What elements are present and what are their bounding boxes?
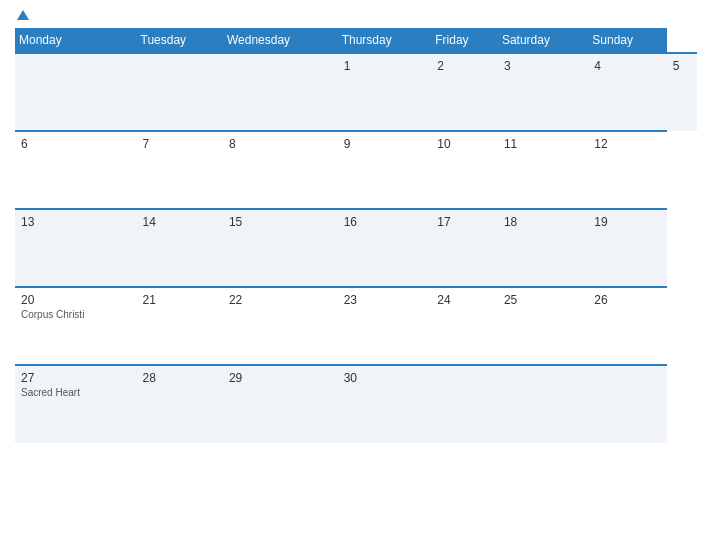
weekday-header-monday: Monday — [15, 28, 137, 53]
calendar-cell: 22 — [223, 287, 338, 365]
calendar-cell: 16 — [338, 209, 432, 287]
event-label: Corpus Christi — [21, 309, 131, 320]
day-number: 25 — [504, 293, 582, 307]
calendar-cell — [431, 365, 498, 443]
calendar-cell: 20Corpus Christi — [15, 287, 137, 365]
day-number: 7 — [143, 137, 217, 151]
calendar-cell: 2 — [431, 53, 498, 131]
calendar-cell: 15 — [223, 209, 338, 287]
calendar-cell: 25 — [498, 287, 588, 365]
calendar-cell: 29 — [223, 365, 338, 443]
calendar-cell: 10 — [431, 131, 498, 209]
week-row-4: 20Corpus Christi212223242526 — [15, 287, 697, 365]
calendar-cell: 26 — [588, 287, 667, 365]
day-number: 1 — [344, 59, 426, 73]
calendar-cell: 18 — [498, 209, 588, 287]
weekday-header-row: MondayTuesdayWednesdayThursdayFridaySatu… — [15, 28, 697, 53]
day-number: 24 — [437, 293, 492, 307]
day-number: 17 — [437, 215, 492, 229]
day-number: 28 — [143, 371, 217, 385]
calendar-tbody: 1234567891011121314151617181920Corpus Ch… — [15, 53, 697, 443]
calendar-cell: 17 — [431, 209, 498, 287]
day-number: 5 — [673, 59, 691, 73]
calendar-cell: 30 — [338, 365, 432, 443]
calendar-container: MondayTuesdayWednesdayThursdayFridaySatu… — [0, 0, 712, 550]
day-number: 22 — [229, 293, 332, 307]
weekday-header-wednesday: Wednesday — [223, 28, 338, 53]
day-number: 26 — [594, 293, 661, 307]
calendar-cell: 11 — [498, 131, 588, 209]
calendar-header — [15, 10, 697, 20]
calendar-cell: 9 — [338, 131, 432, 209]
weekday-header-sunday: Sunday — [588, 28, 667, 53]
day-number: 30 — [344, 371, 426, 385]
calendar-cell: 5 — [667, 53, 697, 131]
day-number: 14 — [143, 215, 217, 229]
day-number: 21 — [143, 293, 217, 307]
calendar-cell: 3 — [498, 53, 588, 131]
calendar-table: MondayTuesdayWednesdayThursdayFridaySatu… — [15, 28, 697, 443]
weekday-header-friday: Friday — [431, 28, 498, 53]
weekday-header-thursday: Thursday — [338, 28, 432, 53]
day-number: 12 — [594, 137, 661, 151]
calendar-thead: MondayTuesdayWednesdayThursdayFridaySatu… — [15, 28, 697, 53]
day-number: 23 — [344, 293, 426, 307]
calendar-cell — [15, 53, 137, 131]
calendar-cell: 8 — [223, 131, 338, 209]
calendar-cell: 13 — [15, 209, 137, 287]
day-number: 9 — [344, 137, 426, 151]
day-number: 3 — [504, 59, 582, 73]
day-number: 15 — [229, 215, 332, 229]
calendar-cell — [223, 53, 338, 131]
day-number: 16 — [344, 215, 426, 229]
calendar-cell: 1 — [338, 53, 432, 131]
day-number: 4 — [594, 59, 661, 73]
calendar-cell: 21 — [137, 287, 223, 365]
event-label: Sacred Heart — [21, 387, 131, 398]
calendar-cell: 23 — [338, 287, 432, 365]
day-number: 29 — [229, 371, 332, 385]
calendar-cell — [588, 365, 667, 443]
calendar-cell: 28 — [137, 365, 223, 443]
day-number: 20 — [21, 293, 131, 307]
calendar-cell: 27Sacred Heart — [15, 365, 137, 443]
calendar-cell: 14 — [137, 209, 223, 287]
week-row-3: 13141516171819 — [15, 209, 697, 287]
week-row-5: 27Sacred Heart282930 — [15, 365, 697, 443]
calendar-cell — [137, 53, 223, 131]
logo-triangle-icon — [17, 10, 29, 20]
week-row-1: 12345 — [15, 53, 697, 131]
day-number: 18 — [504, 215, 582, 229]
weekday-header-tuesday: Tuesday — [137, 28, 223, 53]
logo — [15, 10, 29, 20]
day-number: 8 — [229, 137, 332, 151]
day-number: 11 — [504, 137, 582, 151]
calendar-cell: 24 — [431, 287, 498, 365]
day-number: 27 — [21, 371, 131, 385]
calendar-cell — [498, 365, 588, 443]
day-number: 13 — [21, 215, 131, 229]
day-number: 2 — [437, 59, 492, 73]
calendar-cell: 4 — [588, 53, 667, 131]
day-number: 19 — [594, 215, 661, 229]
weekday-header-saturday: Saturday — [498, 28, 588, 53]
calendar-cell: 12 — [588, 131, 667, 209]
calendar-cell: 19 — [588, 209, 667, 287]
day-number: 6 — [21, 137, 131, 151]
week-row-2: 6789101112 — [15, 131, 697, 209]
calendar-cell: 7 — [137, 131, 223, 209]
calendar-cell: 6 — [15, 131, 137, 209]
day-number: 10 — [437, 137, 492, 151]
